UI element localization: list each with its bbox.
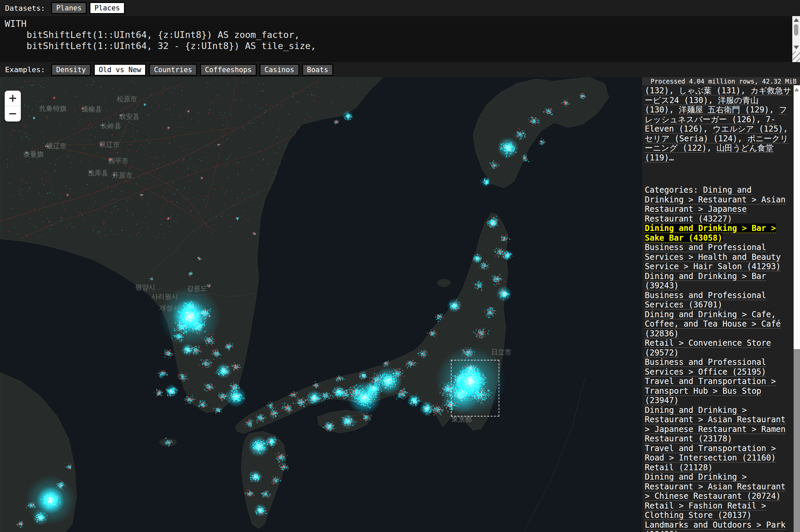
example-button-density[interactable]: Density [51, 64, 91, 76]
category-link[interactable]: Dining and Drinking > Bar (39243) [645, 271, 766, 291]
category-link[interactable]: Business and Professional Services > Off… [645, 358, 766, 377]
map-place-label: 农安县 [119, 112, 140, 121]
category-link[interactable]: Business and Professional Services > Hea… [645, 243, 781, 271]
category-link[interactable]: Business and Professional Services (3670… [645, 291, 766, 310]
map-place-label: 奈曼旗 [23, 150, 44, 159]
zoom-out-button[interactable]: − [5, 106, 21, 121]
category-link[interactable]: Dining and Drinking > Restaurant > Asian… [645, 405, 785, 444]
sidebar-content: (132), しゃぶ葉 (131), カギ救急サービス24 (130), 洋服の… [645, 86, 792, 532]
category-link[interactable]: Travel and Transportation > Transport Hu… [645, 377, 776, 405]
examples-label: Examples: [5, 65, 45, 74]
map-place-label: 双辽市 [99, 140, 120, 149]
category-link[interactable]: Dining and Drinking > Cafe, Coffee, and … [645, 310, 781, 338]
map-place-label: 通榆县 [81, 105, 102, 114]
place-name-link[interactable]: セリア (Seria) (124) [645, 134, 738, 143]
resize-grip-icon[interactable] [792, 51, 800, 62]
scroll-up-icon[interactable] [794, 18, 799, 22]
category-link-highlighted[interactable]: Dining and Drinking > Bar > Sake Bar (43… [645, 224, 776, 243]
sidebar-scrollbar[interactable] [794, 85, 800, 532]
scroll-up-icon[interactable] [794, 88, 799, 91]
top-names-list: (132), しゃぶ葉 (131), カギ救急サービス24 (130), 洋服の… [645, 86, 792, 163]
zoom-in-button[interactable]: + [5, 91, 21, 106]
map-place-label: 扎鲁特旗 [40, 104, 67, 113]
datasets-label: Datasets: [5, 4, 45, 13]
sidebar-scrollbar-thumb[interactable] [794, 349, 800, 532]
map-place-label: 法库县 [88, 169, 108, 177]
place-name-link[interactable]: (132) [645, 86, 669, 95]
status-processed: Processed 4.04 million rows, 42.32 MiB [642, 77, 800, 85]
category-link[interactable]: Retail > Fashion Retail > Clothing Store… [645, 501, 766, 520]
map-place-label: 사리원시 [151, 292, 178, 301]
map-place-label: 开原市 [112, 171, 132, 180]
sql-editor[interactable]: WITH bitShiftLeft(1::UInt64, {z:UInt8}) … [0, 16, 800, 62]
map-place-label: 日立市 [491, 348, 511, 357]
categories-list: Categories: Dining and Drinking > Restau… [645, 185, 792, 532]
datasets-row: Datasets: Planes Places [0, 0, 800, 16]
place-name-link[interactable]: ウエルシア (125) [713, 124, 783, 134]
category-link[interactable]: Retail (21128) [645, 463, 713, 472]
map-place-label: 通辽市 [47, 141, 67, 151]
example-button-boats[interactable]: Boats [302, 64, 333, 76]
sql-scrollbar-thumb[interactable] [794, 24, 798, 36]
map-place-label: 강원도 [187, 284, 207, 293]
scroll-down-icon[interactable] [794, 46, 799, 49]
results-sidebar: Processed 4.04 million rows, 42.32 MiB (… [642, 77, 800, 532]
sql-query-text[interactable]: WITH bitShiftLeft(1::UInt64, {z:UInt8}) … [0, 16, 800, 51]
categories-label: Categories: [645, 185, 703, 195]
map-place-label: 长岭县 [101, 121, 121, 131]
map-place-label: 개성시 [159, 303, 179, 312]
example-button-coffeeshops[interactable]: Coffeeshops [200, 64, 257, 76]
place-name-link[interactable]: 洋麺屋 五右衛門 (129) [679, 105, 769, 114]
map-place-label: 松原市 [117, 95, 137, 104]
sql-scrollbar[interactable] [792, 16, 800, 51]
examples-row: Examples: Density Old vs New Countries C… [0, 62, 800, 77]
category-link[interactable]: Dining and Drinking > Restaurant > Asian… [645, 472, 785, 501]
map-place-label: 四平市 [108, 156, 128, 166]
map-selection-box[interactable] [451, 360, 499, 417]
category-link[interactable]: Landmarks and Outdoors > Park (19498) [645, 520, 785, 532]
example-button-countries[interactable]: Countries [149, 64, 197, 76]
dataset-button-planes[interactable]: Planes [51, 2, 87, 14]
place-name-link[interactable]: しゃぶ葉 (131) [679, 86, 741, 95]
dataset-button-places[interactable]: Places [89, 2, 125, 14]
map-tiles[interactable] [0, 77, 642, 532]
category-link[interactable]: Retail > Convenience Store (29572) [645, 338, 771, 358]
map-zoom-control: + − [5, 91, 21, 121]
example-button-casinos[interactable]: Casinos [259, 64, 299, 76]
map-canvas-area[interactable]: 扎鲁特旗通榆县松原市农安县长岭县通辽市双辽市奈曼旗四平市法库县开原市평양시강원도… [0, 77, 642, 532]
places-visualization-app: Datasets: Planes Places WITH bitShiftLef… [0, 0, 800, 532]
map-place-label: 평양시 [135, 283, 155, 292]
example-button-old-vs-new[interactable]: Old vs New [94, 64, 146, 76]
category-link[interactable]: Travel and Transportation > Road > Inter… [645, 444, 776, 463]
